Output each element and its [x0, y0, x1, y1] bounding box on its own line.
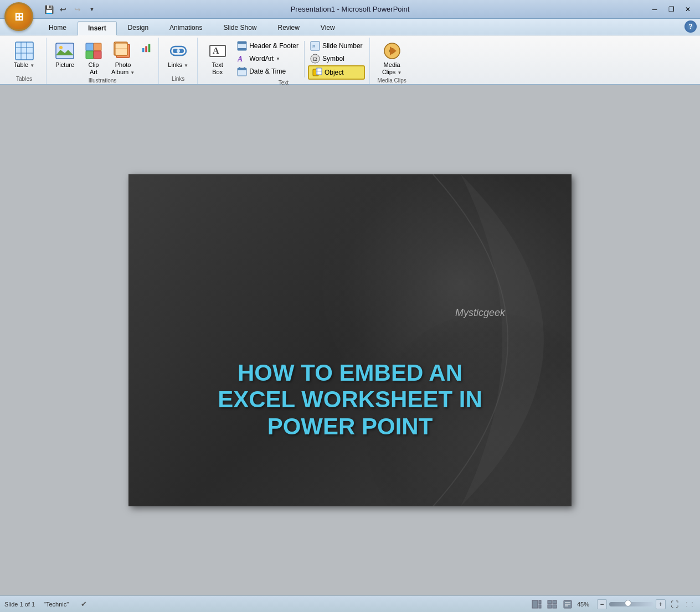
svg-text:#: # [312, 44, 315, 49]
object-button[interactable]: Object [308, 65, 365, 80]
ribbon-body: Table ▼ Tables Picture [0, 35, 700, 85]
zoom-level: 45% [577, 601, 595, 608]
svg-rect-47 [553, 600, 557, 604]
zoom-out-button[interactable]: − [597, 599, 607, 609]
redo-button[interactable]: ↪ [71, 3, 84, 15]
reading-view-button[interactable] [562, 599, 574, 610]
status-left: Slide 1 of 1 "Technic" ✔ [4, 599, 524, 610]
media-clips-icon [382, 40, 403, 61]
svg-rect-7 [86, 43, 94, 51]
tab-design[interactable]: Design [118, 20, 158, 35]
tab-insert[interactable]: Insert [78, 21, 117, 35]
tab-slideshow[interactable]: Slide Show [213, 20, 266, 35]
wordart-button[interactable]: A WordArt ▼ [235, 53, 301, 65]
symbol-button[interactable]: Ω Symbol [308, 53, 365, 65]
date-time-button[interactable]: Date & Time [235, 65, 301, 77]
zoom-thumb[interactable] [625, 600, 631, 606]
zoom-controls: 45% − + [577, 599, 666, 609]
svg-rect-46 [548, 600, 552, 604]
qat-dropdown[interactable]: ▼ [85, 3, 99, 15]
photo-album-label: PhotoAlbum ▼ [111, 61, 135, 76]
table-button[interactable]: Table ▼ [11, 39, 38, 70]
zoom-track [609, 602, 653, 606]
svg-rect-5 [56, 43, 74, 59]
minimize-button[interactable]: ─ [647, 3, 662, 15]
chart-button[interactable] [140, 42, 154, 54]
slide-number-button[interactable]: # Slide Number [308, 40, 365, 52]
window-title: Presentation1 - Microsoft PowerPoint [291, 5, 410, 13]
svg-rect-0 [16, 42, 33, 60]
media-content: MediaClips ▼ [378, 39, 406, 77]
svg-rect-10 [94, 51, 101, 59]
office-logo: ⊞ [14, 10, 24, 23]
title-bar: ⊞ 💾 ↩ ↪ ▼ Presentation1 - Microsoft Powe… [0, 0, 700, 19]
table-label: Table ▼ [14, 61, 34, 69]
ribbon-group-illustrations: Picture ClipArt [47, 38, 159, 84]
links-button[interactable]: Links ▼ [164, 39, 192, 70]
ribbon-group-tables: Table ▼ Tables [2, 38, 47, 84]
office-button[interactable]: ⊞ [4, 2, 33, 31]
quick-access-toolbar: 💾 ↩ ↪ ▼ [42, 3, 99, 15]
text-box-label: TextBox [212, 61, 223, 76]
photo-album-button[interactable]: PhotoAlbum ▼ [109, 39, 137, 77]
svg-rect-48 [548, 605, 552, 608]
svg-rect-26 [238, 48, 246, 50]
zoom-slider[interactable] [609, 602, 653, 606]
normal-view-button[interactable] [531, 599, 543, 610]
tab-animations[interactable]: Animations [159, 20, 212, 35]
header-footer-label: Header & Footer [249, 42, 298, 50]
svg-rect-45 [539, 605, 541, 608]
tab-view[interactable]: View [311, 20, 345, 35]
symbol-icon: Ω [310, 54, 320, 64]
svg-rect-44 [539, 600, 541, 604]
header-footer-icon [237, 41, 247, 51]
tables-group-label: Tables [7, 76, 42, 83]
svg-text:Ω: Ω [313, 56, 317, 62]
slide-watermark: Mysticgeek [455, 307, 505, 319]
svg-rect-49 [553, 605, 557, 608]
links-content: Links ▼ [164, 39, 192, 76]
media-group-label: Media Clips [374, 77, 410, 85]
text-box-button[interactable]: A TextBox [202, 39, 233, 77]
text-content: A TextBox Header & Footer [202, 39, 364, 80]
clip-art-button[interactable]: ClipArt [80, 39, 107, 77]
date-time-icon [237, 66, 247, 76]
svg-point-6 [59, 46, 63, 49]
slide-swoosh-svg [128, 174, 572, 506]
status-extra: ⋮⋮ [683, 599, 696, 610]
svg-rect-30 [239, 67, 240, 69]
text-group-label: Text [202, 80, 364, 87]
svg-rect-17 [148, 44, 151, 52]
photo-album-icon [112, 40, 133, 61]
ribbon-tabs: Home Insert Design Animations Slide Show… [0, 19, 700, 35]
header-footer-button[interactable]: Header & Footer [235, 40, 301, 52]
media-clips-button[interactable]: MediaClips ▼ [378, 39, 406, 77]
tab-home[interactable]: Home [39, 20, 76, 35]
restore-button[interactable]: ❐ [663, 3, 679, 15]
svg-rect-15 [142, 48, 145, 52]
wordart-dropdown: ▼ [276, 56, 280, 61]
undo-button[interactable]: ↩ [56, 3, 70, 15]
wordart-label: WordArt [249, 55, 274, 63]
spell-check-button[interactable]: ✔ [78, 599, 90, 610]
picture-icon [54, 40, 75, 61]
save-button[interactable]: 💾 [42, 3, 55, 15]
zoom-in-button[interactable]: + [656, 599, 666, 609]
slide-count: Slide 1 of 1 [4, 601, 35, 608]
date-time-label: Date & Time [249, 68, 286, 75]
slide[interactable]: Mysticgeek HOW TO EMBED AN EXCEL WORKSHE… [128, 174, 572, 506]
tab-review[interactable]: Review [267, 20, 309, 35]
slide-sorter-button[interactable] [546, 599, 558, 610]
links-label: Links ▼ [168, 61, 188, 69]
fit-slide-button[interactable]: ⛶ [669, 599, 680, 610]
svg-point-21 [177, 49, 180, 53]
close-button[interactable]: ✕ [680, 3, 696, 15]
text-box-icon: A [207, 40, 228, 61]
slide-number-label: Slide Number [322, 42, 363, 50]
help-button[interactable]: ? [684, 20, 697, 33]
svg-text:A: A [213, 46, 219, 55]
picture-button[interactable]: Picture [51, 39, 79, 70]
wordart-icon: A [237, 54, 247, 64]
svg-rect-43 [532, 600, 538, 608]
table-dropdown-arrow: ▼ [30, 63, 34, 68]
